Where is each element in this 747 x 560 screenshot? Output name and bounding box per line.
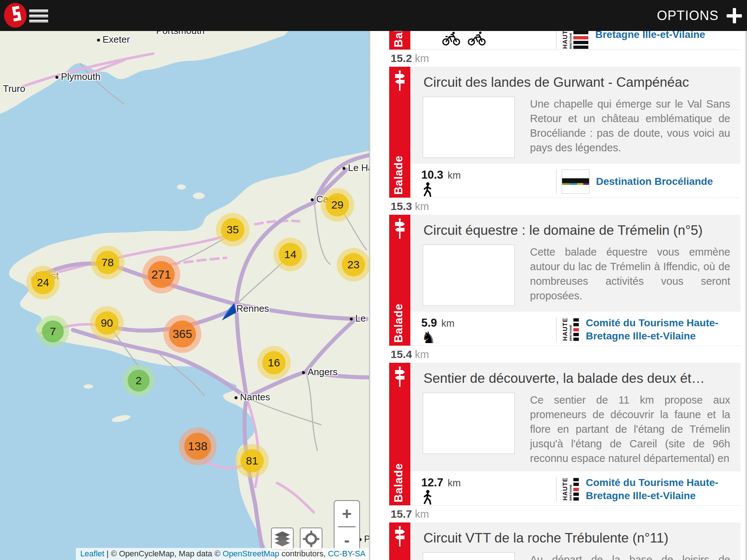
zoom-in-button[interactable]: + xyxy=(334,501,359,526)
osm-link[interactable]: OpenStreetMap xyxy=(222,549,279,558)
circuit-photo xyxy=(423,552,515,560)
cluster-marker[interactable]: 78 xyxy=(91,246,124,279)
cluster-count: 138 xyxy=(184,433,211,460)
signpost-icon xyxy=(393,366,406,390)
circuit-photo xyxy=(423,393,515,454)
distance-unit: km xyxy=(415,201,429,212)
cluster-marker[interactable]: 7 xyxy=(37,315,69,347)
circuit-footer: 10.3km Destination Brocéliande xyxy=(410,166,740,198)
cluster-count: 365 xyxy=(169,320,196,347)
publisher-link[interactable]: Comité du Tourisme Haute-Bretagne Ille-e… xyxy=(586,476,740,503)
haute-logo-text: HAUTE xyxy=(562,478,568,501)
map-canvas[interactable]: + - Leaflet | © OpenCycleMap, Map data ©… xyxy=(0,31,369,560)
add-icon[interactable] xyxy=(727,8,742,23)
city-label: Nantes xyxy=(235,392,270,403)
cluster-marker[interactable]: 35 xyxy=(216,213,249,246)
publisher-link[interactable]: Bretagne Ille-et-Vilaine xyxy=(595,31,705,41)
city-label: Plymouth xyxy=(55,71,100,82)
walking-icon xyxy=(421,490,434,505)
locate-button[interactable] xyxy=(300,528,322,550)
license-link[interactable]: CC-BY-SA xyxy=(328,549,365,558)
length-unit: km xyxy=(441,318,454,329)
circuit-description: Ce sentier de 11 km propose aux promeneu… xyxy=(530,393,730,466)
list-item-circuit-gurwant[interactable]: Balade Circuit des landes de Gurwant - C… xyxy=(389,67,740,198)
cluster-count: 29 xyxy=(326,193,349,217)
cluster-count: 78 xyxy=(96,251,119,274)
distance-separator: 15.3km xyxy=(391,199,747,214)
city-label: Exeter xyxy=(97,34,130,45)
list-item-sentier-decouverte[interactable]: Balade Sentier de découverte, la balade … xyxy=(389,363,740,506)
app-logo-icon[interactable] xyxy=(4,3,27,30)
horse-riding-icon: ♞ xyxy=(421,330,436,345)
category-banner: Balade xyxy=(389,31,410,50)
signpost-icon xyxy=(393,525,406,549)
distance-value: 15.4 xyxy=(391,348,412,360)
publisher-link[interactable]: Comité du Tourisme Haute-Bretagne Ille-e… xyxy=(586,316,740,343)
cluster-marker[interactable]: 2 xyxy=(123,365,155,397)
layers-button[interactable] xyxy=(271,528,294,550)
distance-value: 15.2 xyxy=(391,52,412,64)
cluster-marker[interactable]: 23 xyxy=(337,248,369,281)
cluster-marker[interactable]: 365 xyxy=(163,315,201,353)
circuit-title: Sentier de découverte, la balade des deu… xyxy=(423,371,730,386)
city-dot xyxy=(97,39,100,42)
cluster-marker[interactable]: 138 xyxy=(179,427,217,465)
cluster-marker[interactable]: 271 xyxy=(142,256,180,293)
length-value: 12.7 xyxy=(421,476,443,489)
cluster-count: 2 xyxy=(128,370,150,392)
length-unit: km xyxy=(448,478,461,489)
distance-separator: 15.7km xyxy=(391,507,747,521)
category-banner: Balade xyxy=(389,215,410,346)
circuit-description: Cette balade équestre vous emmène autour… xyxy=(530,245,730,306)
cluster-count: 23 xyxy=(342,253,365,276)
cluster-marker[interactable]: 16 xyxy=(257,346,291,380)
list-item-circuit-equestre[interactable]: Balade Circuit équestre : le domaine de … xyxy=(389,215,740,346)
city-dot xyxy=(311,198,314,201)
hamburger-menu-icon[interactable] xyxy=(29,9,48,25)
cluster-marker[interactable]: 81 xyxy=(235,444,269,478)
walking-icon xyxy=(421,182,434,197)
attribution-credit: © OpenCycleMap, Map data © xyxy=(111,549,220,558)
cluster-count: 14 xyxy=(279,243,302,266)
cluster-marker[interactable]: 24 xyxy=(26,266,60,299)
cluster-marker[interactable]: 14 xyxy=(274,238,307,271)
bicycle-icon xyxy=(442,31,461,46)
cluster-count: 24 xyxy=(31,271,55,294)
zoom-control: + - xyxy=(334,500,360,552)
city-dot xyxy=(55,76,58,79)
results-panel: Balade HAUTE xyxy=(370,31,747,560)
city-label: Truro xyxy=(3,83,25,94)
haute-logo-text: HAUTE xyxy=(562,31,568,49)
category-banner: Balade xyxy=(389,522,410,560)
cluster-count: 7 xyxy=(42,320,64,342)
distance-unit: km xyxy=(415,52,429,64)
circuit-description: Une chapelle qui émerge sur le Val Sans … xyxy=(530,97,730,158)
leaflet-link[interactable]: Leaflet xyxy=(80,549,104,558)
user-location-arrow-icon xyxy=(218,301,239,323)
options-button[interactable]: OPTIONS xyxy=(657,8,719,23)
bretagne-logo-text: BRETAGNE xyxy=(569,478,572,501)
circuit-footer: 5.9km ♞ HAUTE BRETAGNE Comité du Tourism… xyxy=(410,314,740,346)
list-item-partial[interactable]: Balade HAUTE xyxy=(389,31,740,50)
signpost-icon xyxy=(393,70,406,94)
circuit-footer: 12.7km HAUTE BRETAGNE Comité du Tourisme… xyxy=(410,473,740,505)
haute-bretagne-logo: HAUTE BRETAGNE xyxy=(562,318,579,341)
cluster-count: 271 xyxy=(148,261,175,288)
length-value: 10.3 xyxy=(421,168,443,181)
cluster-marker[interactable]: 29 xyxy=(321,188,354,222)
circuit-photo xyxy=(423,97,515,158)
distance-value: 15.3 xyxy=(391,200,412,212)
basemap-tiles xyxy=(0,31,369,560)
city-dot xyxy=(235,396,237,399)
cluster-marker[interactable]: 90 xyxy=(90,306,124,340)
length-unit: km xyxy=(448,170,461,181)
crosshair-icon xyxy=(302,530,320,548)
attribution-contributors: contributors, xyxy=(282,549,326,558)
city-label: Portsmouth xyxy=(156,31,205,36)
city-dot xyxy=(302,371,305,374)
signpost-icon xyxy=(393,218,406,242)
list-item-circuit-vtt[interactable]: Balade Circuit VTT de la roche Trébulent… xyxy=(389,522,740,560)
category-label: Balade xyxy=(392,31,405,47)
category-banner: Balade xyxy=(389,363,410,505)
publisher-link[interactable]: Destination Brocéliande xyxy=(596,175,713,188)
